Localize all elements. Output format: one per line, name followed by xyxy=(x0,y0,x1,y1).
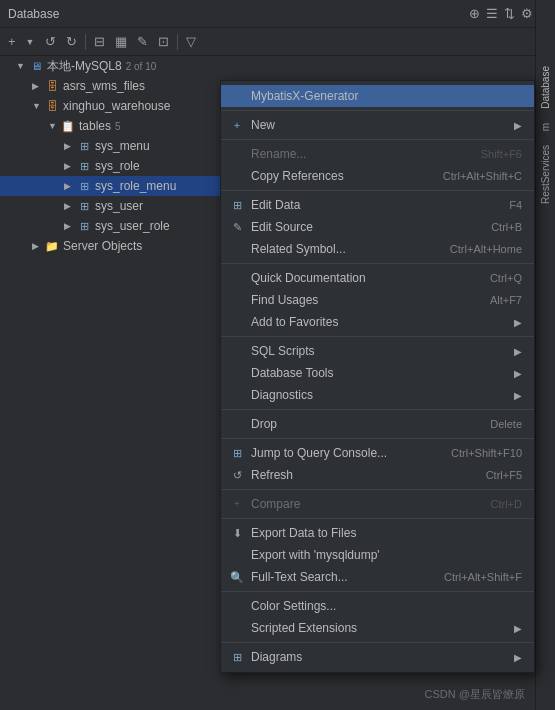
tree-panel: ▼ 🖥 本地-MySQL8 2 of 10 ▶ 🗄 asrs_wms_files… xyxy=(0,56,225,710)
settings-icon[interactable]: ⚙ xyxy=(521,6,533,21)
tree-badge: 5 xyxy=(115,121,121,132)
tree-item-tables[interactable]: ▼ 📋 tables 5 xyxy=(0,116,225,136)
menu-item-edit-source[interactable]: ✎ Edit Source Ctrl+B xyxy=(221,216,534,238)
arrow-icon: ▶ xyxy=(514,390,522,401)
tree-item-sys-menu[interactable]: ▶ ⊞ sys_menu xyxy=(0,136,225,156)
menu-item-export-files[interactable]: ⬇ Export Data to Files xyxy=(221,522,534,544)
edit-source-shortcut: Ctrl+B xyxy=(491,221,522,233)
tree-item-asrs[interactable]: ▶ 🗄 asrs_wms_files xyxy=(0,76,225,96)
grid-button[interactable]: ⊟ xyxy=(90,32,109,51)
edit-button[interactable]: ✎ xyxy=(133,32,152,51)
related-label: Related Symbol... xyxy=(251,242,346,256)
side-tab-maven[interactable]: m xyxy=(538,117,553,137)
db-folder-icon: 🗄 xyxy=(44,100,60,112)
context-menu: MybatisX-Generator + New ▶ Rename... Shi… xyxy=(220,80,535,673)
menu-item-refresh[interactable]: ↺ Refresh Ctrl+F5 xyxy=(221,464,534,486)
folder-icon: 🗄 xyxy=(44,80,60,92)
add-icon[interactable]: ⊕ xyxy=(469,6,480,21)
menu-item-favorites[interactable]: Add to Favorites ▶ xyxy=(221,311,534,333)
tree-item-sys-user-role[interactable]: ▶ ⊞ sys_user_role xyxy=(0,216,225,236)
tree-label: sys_menu xyxy=(95,139,150,153)
menu-item-left: 🔍 Full-Text Search... xyxy=(229,570,348,584)
menu-item-db-tools[interactable]: Database Tools ▶ xyxy=(221,362,534,384)
quick-doc-label: Quick Documentation xyxy=(251,271,366,285)
menu-item-left: Database Tools xyxy=(229,366,334,380)
tree-item-sys-user[interactable]: ▶ ⊞ sys_user xyxy=(0,196,225,216)
diagrams-icon: ⊞ xyxy=(229,651,245,664)
menu-item-diagnostics[interactable]: Diagnostics ▶ xyxy=(221,384,534,406)
scripted-ext-label: Scripted Extensions xyxy=(251,621,357,635)
separator xyxy=(221,518,534,519)
menu-item-drop[interactable]: Drop Delete xyxy=(221,413,534,435)
menu-item-related[interactable]: Related Symbol... Ctrl+Alt+Home xyxy=(221,238,534,260)
menu-item-left: ⊞ Edit Data xyxy=(229,198,300,212)
separator-2 xyxy=(177,34,178,50)
sync-button[interactable]: ↻ xyxy=(62,32,81,51)
menu-item-new[interactable]: + New ▶ xyxy=(221,114,534,136)
menu-item-find-usages[interactable]: Find Usages Alt+F7 xyxy=(221,289,534,311)
menu-item-edit-data[interactable]: ⊞ Edit Data F4 xyxy=(221,194,534,216)
side-tab-rest[interactable]: RestServices xyxy=(538,139,553,210)
tree-item-sys-role-menu[interactable]: ▶ ⊞ sys_role_menu xyxy=(0,176,225,196)
menu-item-left: ✎ Edit Source xyxy=(229,220,313,234)
menu-item-diagrams[interactable]: ⊞ Diagrams ▶ xyxy=(221,646,534,668)
edit-source-icon: ✎ xyxy=(229,221,245,234)
edit-data-label: Edit Data xyxy=(251,198,300,212)
sql-button[interactable]: ⊡ xyxy=(154,32,173,51)
arrow: ▶ xyxy=(32,81,44,91)
db-tools-label: Database Tools xyxy=(251,366,334,380)
menu-item-quick-doc[interactable]: Quick Documentation Ctrl+Q xyxy=(221,267,534,289)
table-icon: ⊞ xyxy=(76,140,92,153)
tree-item-sys-role[interactable]: ▶ ⊞ sys_role xyxy=(0,156,225,176)
tree-item-xinghuo[interactable]: ▼ 🗄 xinghuo_warehouse xyxy=(0,96,225,116)
menu-item-scripted-ext[interactable]: Scripted Extensions ▶ xyxy=(221,617,534,639)
menu-item-jump-query[interactable]: ⊞ Jump to Query Console... Ctrl+Shift+F1… xyxy=(221,442,534,464)
export-files-label: Export Data to Files xyxy=(251,526,356,540)
refresh-icon: ↺ xyxy=(229,469,245,482)
filter-button[interactable]: ▽ xyxy=(182,32,200,51)
side-tab-database[interactable]: Database xyxy=(538,60,553,115)
sort-icon[interactable]: ⇅ xyxy=(504,6,515,21)
menu-item-fulltext[interactable]: 🔍 Full-Text Search... Ctrl+Alt+Shift+F xyxy=(221,566,534,588)
drop-shortcut: Delete xyxy=(490,418,522,430)
export-files-icon: ⬇ xyxy=(229,527,245,540)
new-icon: + xyxy=(229,119,245,131)
refresh-label: Refresh xyxy=(251,468,293,482)
arrow-icon: ▶ xyxy=(514,368,522,379)
menu-item-rename[interactable]: Rename... Shift+F6 xyxy=(221,143,534,165)
menu-item-sql-scripts[interactable]: SQL Scripts ▶ xyxy=(221,340,534,362)
drop-label: Drop xyxy=(251,417,277,431)
quick-doc-shortcut: Ctrl+Q xyxy=(490,272,522,284)
tree-item-local-mysql[interactable]: ▼ 🖥 本地-MySQL8 2 of 10 xyxy=(0,56,225,76)
menu-item-export-mysqldump[interactable]: Export with 'mysqldump' xyxy=(221,544,534,566)
menu-item-left: Diagnostics xyxy=(229,388,313,402)
menu-item-copy-ref[interactable]: Copy References Ctrl+Alt+Shift+C xyxy=(221,165,534,187)
menu-item-left: + Compare xyxy=(229,497,300,511)
menu-item-left: Copy References xyxy=(229,169,344,183)
arrow: ▼ xyxy=(16,61,28,71)
arrow: ▼ xyxy=(32,101,44,111)
tree-label: Server Objects xyxy=(63,239,142,253)
side-tabs: Database m RestServices xyxy=(535,0,555,710)
table-button[interactable]: ▦ xyxy=(111,32,131,51)
refresh-button[interactable]: ↺ xyxy=(41,32,60,51)
tree-label: sys_role_menu xyxy=(95,179,176,193)
tree-item-server-objects[interactable]: ▶ 📁 Server Objects xyxy=(0,236,225,256)
rename-shortcut: Shift+F6 xyxy=(481,148,522,160)
arrow: ▼ xyxy=(48,121,60,131)
menu-item-mybatisx[interactable]: MybatisX-Generator xyxy=(221,85,534,107)
arrow: ▶ xyxy=(32,241,44,251)
menu-item-color-settings[interactable]: Color Settings... xyxy=(221,595,534,617)
arrow: ▶ xyxy=(64,141,76,151)
related-shortcut: Ctrl+Alt+Home xyxy=(450,243,522,255)
dropdown-button[interactable]: ▼ xyxy=(22,35,39,49)
list-icon[interactable]: ☰ xyxy=(486,6,498,21)
add-button[interactable]: + xyxy=(4,32,20,51)
copy-ref-label: Copy References xyxy=(251,169,344,183)
separator xyxy=(221,110,534,111)
table-icon: ⊞ xyxy=(76,180,92,193)
menu-item-compare[interactable]: + Compare Ctrl+D xyxy=(221,493,534,515)
tables-icon: 📋 xyxy=(60,120,76,133)
arrow-icon: ▶ xyxy=(514,652,522,663)
separator xyxy=(221,409,534,410)
